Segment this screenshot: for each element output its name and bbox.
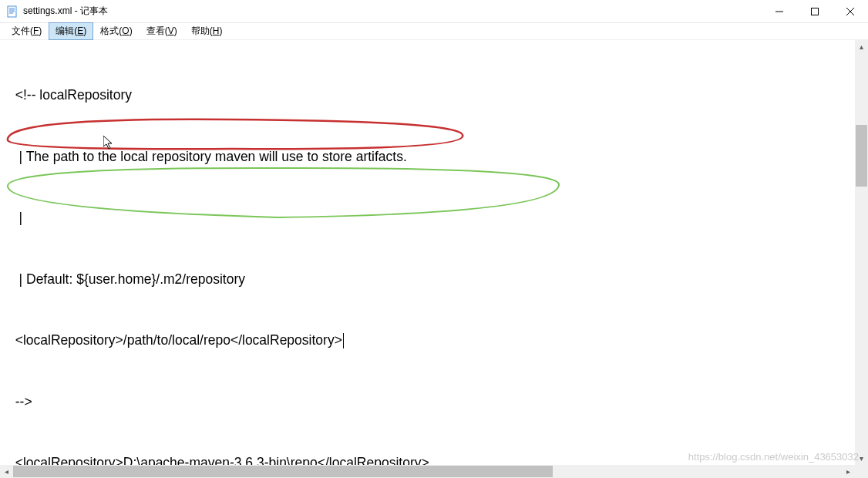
vertical-scrollbar[interactable]: ▴ ▾: [855, 40, 868, 465]
text-line: <localRepository>D:\apache-maven-3.6.3-b…: [8, 453, 860, 465]
menu-edit[interactable]: 编辑(E): [49, 22, 93, 40]
menu-edit-label: 编辑(E): [56, 25, 86, 36]
horizontal-scrollbar[interactable]: ◂ ▸: [0, 465, 855, 478]
menubar: 文件(F) 编辑(E) 格式(O) 查看(V) 帮助(H): [0, 23, 868, 40]
menu-help-label: 帮助(H): [191, 25, 223, 36]
text-line: |: [8, 207, 860, 228]
editor-area[interactable]: <!-- localRepository | The path to the l…: [0, 40, 868, 465]
text-cursor: [343, 333, 344, 348]
menu-format-label: 格式(O): [100, 25, 132, 36]
menu-file-label: 文件(F): [12, 25, 42, 36]
window-title: settings.xml - 记事本: [23, 5, 108, 18]
titlebar: settings.xml - 记事本: [0, 0, 868, 23]
text-line: -->: [8, 392, 860, 412]
menu-file[interactable]: 文件(F): [5, 22, 49, 40]
scroll-up-arrow-icon[interactable]: ▴: [855, 40, 868, 53]
menu-view-label: 查看(V): [146, 25, 177, 36]
maximize-button[interactable]: [797, 0, 833, 23]
menu-help[interactable]: 帮助(H): [184, 22, 230, 40]
close-button[interactable]: [833, 0, 868, 23]
scroll-corner: [855, 465, 868, 478]
scroll-down-arrow-icon[interactable]: ▾: [855, 452, 868, 465]
vertical-scrollbar-thumb[interactable]: [856, 125, 867, 187]
text-line: | Default: ${user.home}/.m2/repository: [8, 269, 860, 290]
window-controls: [762, 0, 868, 23]
menu-view[interactable]: 查看(V): [140, 22, 184, 40]
text-line: <!-- localRepository: [8, 85, 860, 106]
scroll-left-arrow-icon[interactable]: ◂: [0, 465, 13, 478]
svg-rect-6: [812, 8, 819, 15]
horizontal-scrollbar-thumb[interactable]: [13, 466, 553, 477]
text-line: <localRepository>/path/to/local/repo</lo…: [8, 330, 860, 351]
text-content[interactable]: <!-- localRepository | The path to the l…: [0, 40, 868, 465]
menu-format[interactable]: 格式(O): [93, 22, 139, 40]
text-line: | The path to the local repository maven…: [8, 146, 860, 167]
titlebar-left: settings.xml - 记事本: [6, 5, 108, 18]
scroll-right-arrow-icon[interactable]: ▸: [842, 465, 855, 478]
minimize-button[interactable]: [762, 0, 797, 23]
notepad-icon: [6, 5, 19, 18]
